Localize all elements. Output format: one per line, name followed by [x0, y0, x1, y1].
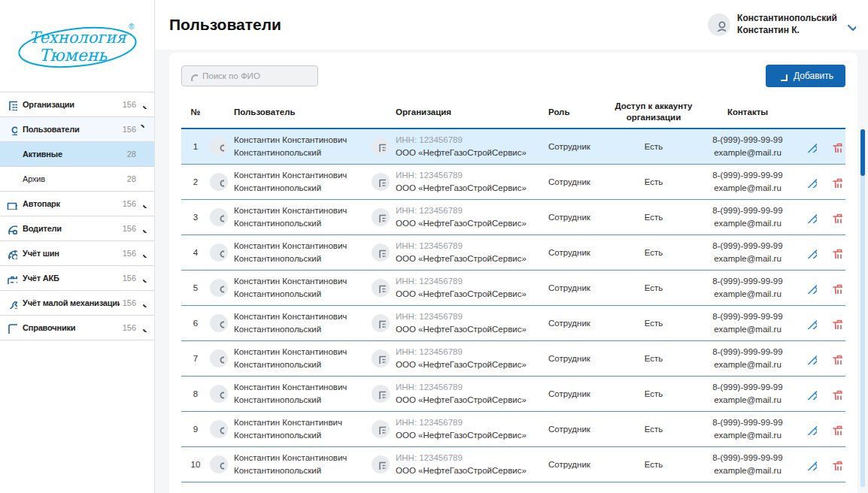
add-button-label: Добавить	[794, 71, 833, 81]
chevron-down-icon	[139, 100, 148, 109]
table-row[interactable]: 1 Константин Константинович Константиноп…	[181, 129, 845, 165]
trash-icon	[830, 423, 842, 435]
pencil-icon	[805, 388, 817, 400]
delete-button[interactable]	[830, 176, 842, 188]
user-name-line2: Константинопольский	[234, 358, 347, 371]
row-number: 1	[181, 142, 210, 151]
sidebar-item-small-mechanization[interactable]: Учёт малой механизации 156	[0, 291, 154, 316]
add-button[interactable]: Добавить	[766, 65, 845, 87]
user-name-line1: Константин Константинович	[234, 310, 347, 323]
organization-inn: ИНН: 123456789	[396, 204, 527, 217]
delete-button[interactable]	[830, 388, 842, 400]
search-input[interactable]	[202, 71, 311, 80]
edit-button[interactable]	[805, 458, 817, 470]
user-name-line1: Константин Константинович	[234, 169, 347, 182]
delete-button[interactable]	[830, 141, 842, 153]
organization-icon	[372, 455, 390, 473]
trash-icon	[830, 282, 842, 294]
table-row[interactable]: 10 Константин Константинович Константино…	[181, 447, 845, 482]
organization-inn: ИНН: 123456789	[396, 275, 527, 288]
trash-icon	[830, 211, 842, 223]
organization-icon	[372, 243, 390, 262]
table-row[interactable]: 4 Константин Константинович Константиноп…	[181, 235, 845, 271]
table-row[interactable]: 6 Константин Константинович Константиноп…	[181, 306, 845, 341]
user-name-line2: Константинопольский	[234, 323, 347, 336]
phone: 8-(999)-999-99-99	[712, 310, 782, 323]
sidebar-item-tires[interactable]: Учёт шин 156	[0, 241, 154, 266]
organization-inn: ИНН: 123456789	[396, 134, 527, 147]
user-avatar	[708, 14, 730, 36]
sidebar-item-drivers[interactable]: Водители 156	[0, 216, 154, 241]
role-cell: Сотрудник	[548, 283, 609, 292]
delete-button[interactable]	[830, 458, 842, 470]
edit-button[interactable]	[805, 246, 817, 259]
sidebar-item-directories[interactable]: Справочники 156	[0, 316, 154, 340]
organization-cell: ИНН: 123456789 ООО «НефтеГазоСтройСервис…	[372, 310, 548, 335]
edit-button[interactable]	[805, 282, 817, 294]
email: example@mail.ru	[714, 217, 782, 230]
organization-icon	[372, 173, 390, 191]
sidebar-item-label: Учёт малой механизации	[23, 298, 120, 307]
contacts-cell: 8-(999)-999-99-99 example@mail.ru	[699, 275, 797, 300]
table-row[interactable]: 7 Константин Константинович Константиноп…	[181, 341, 845, 377]
organization-cell: ИНН: 123456789 ООО «НефтеГазоСтройСервис…	[372, 134, 548, 159]
table-row[interactable]: 8 Константин Константинович Константиноп…	[181, 377, 845, 412]
sidebar-subitem-active-users[interactable]: Активные 28	[0, 142, 154, 167]
user-cell: Константин Константинович Константинопол…	[210, 346, 372, 371]
delete-button[interactable]	[830, 317, 842, 329]
organization-name: ООО «НефтеГазоСтройСервис»	[396, 394, 527, 407]
search-box[interactable]	[181, 65, 318, 86]
user-cell: Константин Константинвич Константинополь…	[210, 416, 372, 441]
pencil-icon	[805, 352, 817, 364]
delete-button[interactable]	[830, 282, 842, 294]
sidebar-item-label: Водители	[23, 224, 120, 233]
table-row[interactable]: 9 Константин Константинвич Константинопо…	[181, 412, 845, 447]
trash-icon	[830, 176, 842, 188]
sidebar-item-organizations[interactable]: Организации 156	[0, 92, 154, 117]
delete-button[interactable]	[830, 352, 842, 364]
chevron-down-icon	[139, 323, 148, 332]
edit-button[interactable]	[805, 141, 817, 153]
brand-name-line1: Технология	[29, 29, 127, 47]
access-cell: Есть	[609, 248, 699, 257]
organization-cell: ИНН: 123456789 ООО «НефтеГазоСтройСервис…	[372, 275, 548, 300]
chevron-down-icon	[139, 249, 148, 258]
sidebar-subitem-archive[interactable]: Архив 28	[0, 167, 154, 192]
organization-inn: ИНН: 123456789	[396, 452, 527, 464]
edit-button[interactable]	[805, 211, 817, 223]
user-name-line1: Константин Константинвич	[234, 416, 342, 429]
edit-button[interactable]	[805, 317, 817, 329]
sidebar-subitem-count: 28	[127, 174, 136, 183]
table-row[interactable]: 2 Константин Константинович Константиноп…	[181, 165, 845, 200]
delete-button[interactable]	[830, 211, 842, 223]
sidebar-item-users[interactable]: Пользователи 156	[0, 117, 154, 142]
sidebar-item-batteries[interactable]: Учёт АКБ 156	[0, 266, 154, 291]
chevron-down-icon	[844, 19, 856, 31]
edit-button[interactable]	[805, 388, 817, 400]
delete-button[interactable]	[830, 423, 842, 435]
user-name-line2: Константинопольский	[234, 429, 342, 442]
pencil-icon	[805, 282, 817, 294]
edit-button[interactable]	[805, 352, 817, 364]
person-icon	[713, 19, 726, 32]
organization-icon	[372, 420, 390, 438]
row-number: 4	[181, 248, 210, 257]
table-row[interactable]: 3 Константин Константинович Константиноп…	[181, 200, 845, 235]
user-avatar-icon	[210, 243, 228, 262]
edit-button[interactable]	[805, 176, 817, 188]
role-cell: Сотрудник	[548, 142, 609, 151]
user-menu[interactable]: Константинопольский Константин К.	[708, 13, 856, 36]
delete-button[interactable]	[830, 246, 842, 259]
table-row[interactable]: 5 Константин Константинович Константиноп…	[181, 271, 845, 306]
phone: 8-(999)-999-99-99	[712, 204, 782, 217]
edit-button[interactable]	[805, 423, 817, 435]
user-name-line2: Константинопольский	[234, 147, 347, 159]
organization-name: ООО «НефтеГазоСтройСервис»	[396, 358, 527, 371]
organization-inn: ИНН: 123456789	[396, 240, 527, 253]
sidebar-item-fleet[interactable]: Автопарк 156	[0, 192, 154, 216]
column-contacts: Контакты	[699, 107, 797, 118]
scrollbar-thumb[interactable]	[860, 129, 865, 176]
actions-cell	[797, 317, 845, 329]
organization-name: ООО «НефтеГазоСтройСервис»	[396, 323, 527, 336]
actions-cell	[797, 211, 845, 223]
